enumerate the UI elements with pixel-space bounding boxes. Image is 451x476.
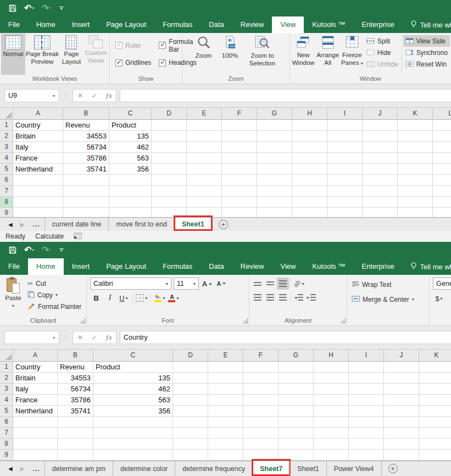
sheet-tab-sheet1-annotated[interactable]: Sheet1: [174, 218, 212, 231]
middle-align-button[interactable]: [264, 278, 276, 290]
new-sheet-button[interactable]: +: [388, 464, 398, 473]
cell-L8[interactable]: [433, 197, 451, 208]
row-header-4[interactable]: 4: [0, 395, 13, 406]
cell-I9[interactable]: [349, 450, 384, 461]
ribbon-tab-review[interactable]: Review: [232, 16, 272, 33]
cell-H2[interactable]: [292, 131, 327, 142]
cell-F8[interactable]: [222, 197, 257, 208]
cell-H3[interactable]: [314, 384, 349, 395]
row-header-2[interactable]: 2: [0, 373, 13, 384]
cell-J8[interactable]: [363, 197, 398, 208]
cell-B8[interactable]: [63, 197, 109, 208]
cell-E2[interactable]: [208, 373, 243, 384]
cell-C8[interactable]: [109, 197, 152, 208]
row-header-2[interactable]: 2: [0, 131, 13, 142]
cell-G7[interactable]: [257, 186, 292, 197]
cell-F6[interactable]: [222, 175, 257, 186]
cell-B1[interactable]: Revenu: [58, 362, 93, 373]
cell-L7[interactable]: [433, 186, 451, 197]
number-format-select[interactable]: General ▾: [433, 278, 451, 290]
cell-J4[interactable]: [384, 395, 419, 406]
cell-E7[interactable]: [187, 186, 222, 197]
cell-L5[interactable]: [433, 164, 451, 175]
cell-A3[interactable]: Italy: [13, 142, 63, 153]
cell-K3[interactable]: [398, 142, 433, 153]
row-header-3[interactable]: 3: [0, 384, 13, 395]
select-all-corner[interactable]: [0, 108, 13, 120]
cell-J3[interactable]: [363, 142, 398, 153]
cell-I8[interactable]: [327, 197, 363, 208]
insert-function-icon[interactable]: ƒx: [102, 334, 116, 342]
cell-D7[interactable]: [173, 428, 208, 439]
cell-H1[interactable]: [292, 120, 327, 131]
checkbox-icon[interactable]: [159, 42, 166, 49]
page-layout-view-button[interactable]: Page Layout: [59, 34, 83, 75]
save-icon[interactable]: [9, 4, 16, 12]
cell-J3[interactable]: [384, 384, 419, 395]
underline-button[interactable]: U▾: [118, 292, 130, 304]
cell-D4[interactable]: [152, 153, 187, 164]
name-box[interactable]: U9 ▾: [4, 89, 59, 102]
cut-button[interactable]: ✂ Cut: [25, 278, 83, 289]
column-header-e[interactable]: E: [208, 350, 243, 362]
ribbon-tab-kutools[interactable]: Kutools ™: [304, 258, 353, 275]
view-side-by-side-button[interactable]: View Side: [403, 35, 450, 47]
cell-F4[interactable]: [222, 153, 257, 164]
cell-G2[interactable]: [279, 373, 314, 384]
ribbon-tab-page-layout[interactable]: Page Layout: [98, 258, 154, 275]
cell-K9[interactable]: [419, 450, 451, 461]
unhide-button[interactable]: Unhide: [364, 58, 400, 70]
top-align-button[interactable]: [252, 278, 264, 290]
cell-G6[interactable]: [257, 175, 292, 186]
sheet-tab-determine-color[interactable]: determine color: [113, 461, 175, 476]
cell-H9[interactable]: [292, 208, 327, 217]
cell-B6[interactable]: [63, 175, 109, 186]
row-header-6[interactable]: 6: [0, 175, 13, 186]
cell-E2[interactable]: [187, 131, 222, 142]
checkbox-ruler[interactable]: Ruler: [115, 42, 151, 49]
column-header-g[interactable]: G: [279, 350, 314, 362]
cell-D1[interactable]: [173, 362, 208, 373]
cell-L4[interactable]: [433, 153, 451, 164]
percent-style-button[interactable]: %: [448, 292, 451, 305]
macro-record-icon[interactable]: [74, 233, 82, 241]
sheet-tab-determine-am-pm[interactable]: determine am pm: [44, 461, 113, 476]
font-size-select[interactable]: 11 ▾: [174, 278, 199, 290]
row-header-9[interactable]: 9: [0, 208, 13, 217]
ribbon-tab-review[interactable]: Review: [232, 258, 272, 275]
cell-J9[interactable]: [363, 208, 398, 217]
row-header-4[interactable]: 4: [0, 153, 13, 164]
cell-J5[interactable]: [384, 406, 419, 417]
cell-J7[interactable]: [363, 186, 398, 197]
normal-view-button[interactable]: Normal: [1, 34, 25, 75]
cell-A8[interactable]: [13, 439, 58, 450]
cell-K2[interactable]: [398, 131, 433, 142]
cell-H8[interactable]: [314, 439, 349, 450]
cell-C5[interactable]: 356: [109, 164, 152, 175]
ribbon-tab-home[interactable]: Home: [28, 258, 64, 275]
cell-H7[interactable]: [292, 186, 327, 197]
cell-D8[interactable]: [152, 197, 187, 208]
wrap-text-button[interactable]: Wrap Text: [349, 279, 427, 290]
orientation-button[interactable]: ab▾: [293, 278, 305, 290]
sheet-overflow-button[interactable]: ...: [28, 465, 44, 473]
cell-I7[interactable]: [327, 186, 363, 197]
sheet-tab-sheet1[interactable]: Sheet1: [289, 461, 326, 476]
cell-D7[interactable]: [152, 186, 187, 197]
cell-E7[interactable]: [208, 428, 243, 439]
cell-C7[interactable]: [93, 428, 173, 439]
cell-G7[interactable]: [279, 428, 314, 439]
center-button[interactable]: [264, 291, 276, 303]
row-header-1[interactable]: 1: [0, 120, 13, 131]
sheet-tab-sheet7-annotated[interactable]: Sheet7: [252, 461, 289, 476]
font-color-button[interactable]: A ▾: [168, 292, 180, 304]
cell-B6[interactable]: [58, 417, 93, 428]
copy-button[interactable]: Copy ▾: [25, 289, 83, 301]
tell-me-box[interactable]: Tell me what you w: [403, 258, 451, 275]
sheet-tab-determine-frequency[interactable]: determine frequency: [175, 461, 252, 476]
cell-D4[interactable]: [173, 395, 208, 406]
cell-A3[interactable]: Italy: [13, 384, 58, 395]
cell-A2[interactable]: Britain: [13, 373, 58, 384]
fill-color-button[interactable]: ▾: [154, 292, 166, 304]
cell-G9[interactable]: [257, 208, 292, 217]
